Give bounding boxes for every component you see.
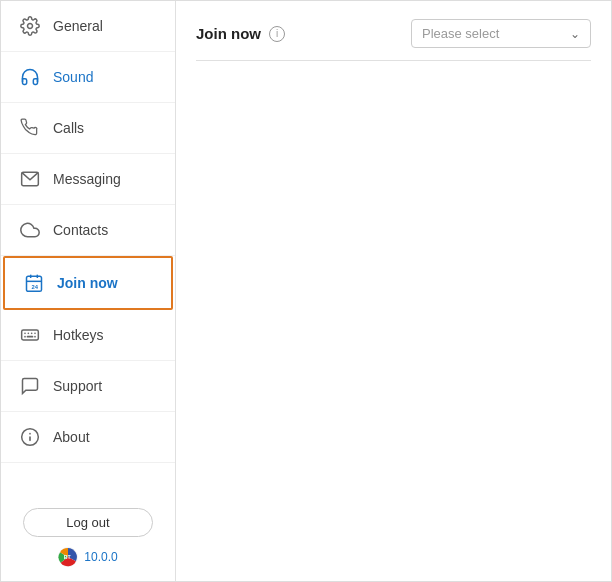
- please-select-dropdown[interactable]: Please select ⌄: [411, 19, 591, 48]
- page-header: Join now i Please select ⌄: [196, 19, 591, 61]
- sidebar-item-messaging-label: Messaging: [53, 171, 121, 187]
- sidebar-item-calls[interactable]: Calls: [1, 103, 175, 154]
- phone-icon: [19, 117, 41, 139]
- sidebar-item-contacts-label: Contacts: [53, 222, 108, 238]
- logout-button[interactable]: Log out: [23, 508, 153, 537]
- info-circle-icon: [19, 426, 41, 448]
- sidebar-item-about-label: About: [53, 429, 90, 445]
- sidebar-item-joinnow-label: Join now: [57, 275, 118, 291]
- sidebar-item-hotkeys-label: Hotkeys: [53, 327, 104, 343]
- cloud-icon: [19, 219, 41, 241]
- chat-icon: [19, 375, 41, 397]
- chevron-down-icon: ⌄: [570, 27, 580, 41]
- main-content: Join now i Please select ⌄: [176, 1, 611, 581]
- sidebar-item-support-label: Support: [53, 378, 102, 394]
- keyboard-icon: [19, 324, 41, 346]
- sidebar-item-contacts[interactable]: Contacts: [1, 205, 175, 256]
- sidebar-item-sound[interactable]: Sound: [1, 52, 175, 103]
- svg-text:24: 24: [32, 284, 39, 290]
- gear-icon: [19, 15, 41, 37]
- sidebar-item-messaging[interactable]: Messaging: [1, 154, 175, 205]
- page-title: Join now: [196, 25, 261, 42]
- info-icon[interactable]: i: [269, 26, 285, 42]
- sidebar-item-sound-label: Sound: [53, 69, 93, 85]
- mail-icon: [19, 168, 41, 190]
- page-title-area: Join now i: [196, 25, 285, 42]
- svg-text:BT: BT: [64, 554, 72, 560]
- sidebar-item-general-label: General: [53, 18, 103, 34]
- sidebar-item-general[interactable]: General: [1, 1, 175, 52]
- sidebar-item-support[interactable]: Support: [1, 361, 175, 412]
- headphones-icon: [19, 66, 41, 88]
- sidebar-item-joinnow[interactable]: 24 Join now: [3, 256, 173, 310]
- svg-point-0: [28, 24, 33, 29]
- sidebar: General Sound Calls Messaging: [1, 1, 176, 582]
- calendar-icon: 24: [23, 272, 45, 294]
- sidebar-bottom: Log out BT 10.0.0: [1, 496, 175, 582]
- svg-rect-7: [22, 330, 39, 340]
- sidebar-item-calls-label: Calls: [53, 120, 84, 136]
- sidebar-item-about[interactable]: About: [1, 412, 175, 463]
- sidebar-item-hotkeys[interactable]: Hotkeys: [1, 310, 175, 361]
- dropdown-placeholder: Please select: [422, 26, 499, 41]
- bt-logo: BT 10.0.0: [58, 547, 117, 567]
- bt-logo-icon: BT: [58, 547, 78, 567]
- version-label: 10.0.0: [84, 550, 117, 564]
